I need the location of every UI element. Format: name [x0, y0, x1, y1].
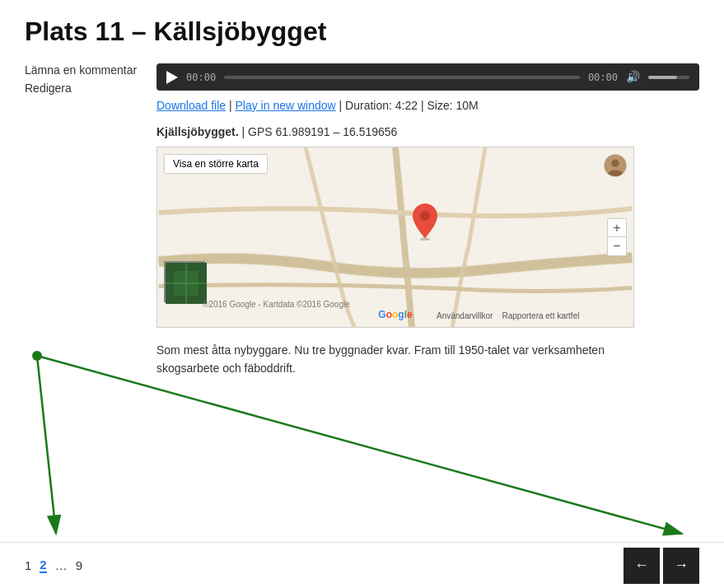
zoom-in-button[interactable]: + — [608, 219, 626, 237]
gps-coordinates: GPS 61.989191 – 16.519656 — [248, 125, 397, 138]
map-container: Visa en större karta — [156, 147, 634, 328]
page-1[interactable]: 1 — [25, 558, 31, 572]
progress-bar[interactable] — [224, 76, 580, 79]
description-text: Som mest åtta nybyggare. Nu tre byggnade… — [156, 341, 634, 378]
map-google-logo: Google — [378, 309, 412, 320]
terms-link[interactable]: Användarvillkor — [437, 311, 493, 320]
volume-fill — [648, 76, 677, 79]
page-title: Plats 11 – Källsjöbygget — [25, 16, 699, 47]
nav-buttons: ← → — [624, 548, 699, 584]
page-2-current[interactable]: 2 — [40, 558, 46, 573]
size-label: Size: 10M — [427, 99, 478, 112]
map-pin — [413, 203, 437, 244]
volume-slider[interactable] — [648, 76, 689, 79]
edit-link[interactable]: Redigera — [25, 82, 140, 95]
location-name: Kjällsjöbygget. — [156, 125, 239, 138]
page-numbers: 1 2 … 9 — [25, 558, 624, 573]
svg-point-4 — [611, 160, 619, 167]
sidebar: Lämna en kommentar Redigera — [25, 63, 140, 394]
play-button[interactable] — [166, 71, 178, 84]
pagination-bar: 1 2 … 9 ← → — [0, 542, 724, 588]
page-dots: … — [55, 558, 68, 572]
duration-label: Duration: 4:22 — [345, 99, 418, 112]
location-separator: | — [241, 125, 248, 138]
separator2: | — [339, 99, 346, 112]
volume-icon[interactable]: 🔊 — [626, 70, 640, 84]
map-zoom-controls: + − — [607, 218, 627, 256]
map-footer-links: Användarvillkor Rapportera ett kartfel — [437, 311, 579, 320]
leave-comment-link[interactable]: Lämna en kommentar — [25, 63, 140, 77]
zoom-out-button[interactable]: − — [608, 237, 626, 255]
file-links: Download file | Play in new window | Dur… — [156, 99, 699, 112]
time-total: 00:00 — [588, 72, 618, 83]
bigger-map-button[interactable]: Visa en större karta — [164, 154, 268, 174]
report-link[interactable]: Rapportera ett kartfel — [502, 311, 580, 320]
map-avatar — [604, 154, 627, 177]
play-in-window-link[interactable]: Play in new window — [235, 99, 335, 112]
location-label: Kjällsjöbygget. | GPS 61.989191 – 16.519… — [156, 125, 699, 138]
map-copyright: ©2016 Google - Kartdata ©2016 Google — [203, 300, 350, 309]
page-9[interactable]: 9 — [76, 558, 82, 572]
map-mini-thumbnail — [164, 261, 205, 302]
next-page-button[interactable]: → — [663, 548, 699, 584]
svg-point-2 — [420, 211, 430, 221]
main-content: 00:00 00:00 🔊 Download file | Play in ne… — [156, 63, 699, 394]
audio-player: 00:00 00:00 🔊 — [156, 63, 699, 91]
prev-page-button[interactable]: ← — [624, 548, 660, 584]
time-current: 00:00 — [186, 72, 216, 83]
download-file-link[interactable]: Download file — [156, 99, 226, 112]
